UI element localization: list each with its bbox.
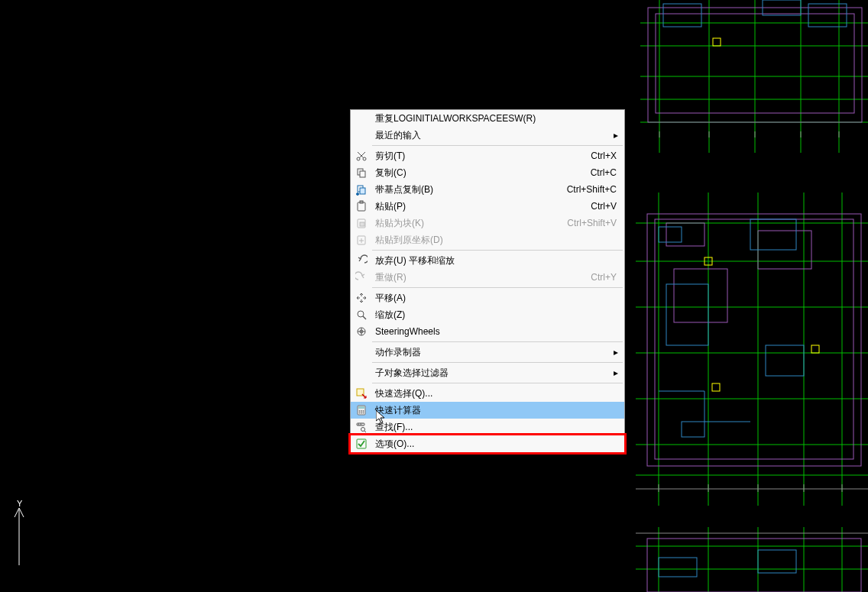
ucs-y-label: Y xyxy=(17,499,23,508)
menu-item-paste-block: 粘贴为块(K)Ctrl+Shift+V xyxy=(351,215,624,231)
menu-separator xyxy=(372,383,623,383)
menu-item-options[interactable]: 选项(O)... xyxy=(351,435,624,452)
svg-text:ABC: ABC xyxy=(358,422,364,426)
menu-item-shortcut: Ctrl+C xyxy=(591,167,618,178)
calc-icon xyxy=(351,402,372,419)
paste-icon xyxy=(351,198,372,215)
menu-item-label: 放弃(U) 平移和缩放 xyxy=(372,252,618,269)
svg-point-92 xyxy=(359,410,361,412)
svg-rect-91 xyxy=(358,406,364,409)
no-icon xyxy=(351,364,372,381)
menu-separator xyxy=(372,341,623,342)
svg-point-83 xyxy=(358,311,364,317)
menu-item-repeat[interactable]: 重复LOGINITIALWORKSPACEESW(R) xyxy=(351,110,624,127)
svg-point-100 xyxy=(361,428,365,432)
menu-item-label: 重做(R) xyxy=(372,269,591,286)
menu-item-label: 复制(C) xyxy=(372,164,591,181)
menu-item-recent-input[interactable]: 最近的输入▸ xyxy=(351,127,624,144)
menu-item-shortcut: Ctrl+Shift+C xyxy=(567,184,618,195)
context-menu: 重复LOGINITIALWORKSPACEESW(R)最近的输入▸剪切(T)Ct… xyxy=(350,109,625,453)
menu-item-label: 缩放(Z) xyxy=(372,306,618,323)
menu-item-label: 平移(A) xyxy=(372,290,618,306)
menu-item-label: 剪切(T) xyxy=(372,147,591,164)
menu-separator xyxy=(372,287,623,288)
menu-item-copy[interactable]: 复制(C)Ctrl+C xyxy=(351,164,624,181)
copy-base-icon xyxy=(351,181,372,198)
menu-item-cut[interactable]: 剪切(T)Ctrl+X xyxy=(351,147,624,164)
menu-item-label: 重复LOGINITIALWORKSPACEESW(R) xyxy=(372,110,618,127)
no-icon xyxy=(351,110,372,127)
menu-item-redo: 重做(R)Ctrl+Y xyxy=(351,269,624,286)
menu-item-label: 选项(O)... xyxy=(372,435,618,452)
menu-item-label: 子对象选择过滤器 xyxy=(372,364,611,381)
menu-item-pan[interactable]: 平移(A) xyxy=(351,290,624,306)
svg-line-84 xyxy=(363,316,366,319)
find-icon: ABC xyxy=(351,419,372,435)
svg-rect-54 xyxy=(636,527,868,592)
submenu-arrow-icon: ▸ xyxy=(611,347,618,357)
menu-item-paste-orig: 粘贴到原坐标(D) xyxy=(351,231,624,248)
menu-separator xyxy=(372,362,623,363)
menu-item-label: 粘贴为块(K) xyxy=(372,215,567,231)
menu-item-shortcut: Ctrl+X xyxy=(591,150,618,161)
no-icon xyxy=(351,344,372,361)
svg-rect-76 xyxy=(358,202,365,211)
submenu-arrow-icon: ▸ xyxy=(611,367,618,378)
drawing-thumbnail-2 xyxy=(636,192,868,506)
menu-item-label: 粘贴(P) xyxy=(372,198,591,215)
menu-separator xyxy=(372,145,623,146)
svg-rect-74 xyxy=(360,188,365,194)
svg-rect-77 xyxy=(360,201,363,203)
menu-item-find[interactable]: ABC查找(F)... xyxy=(351,419,624,435)
submenu-arrow-icon: ▸ xyxy=(611,130,618,141)
menu-item-label: 动作录制器 xyxy=(372,344,611,361)
menu-item-label: 快速选择(Q)... xyxy=(372,385,618,402)
menu-item-zoom[interactable]: 缩放(Z) xyxy=(351,306,624,323)
undo-icon xyxy=(351,252,372,269)
check-icon xyxy=(351,435,372,452)
menu-item-label: 最近的输入 xyxy=(372,127,611,144)
drawing-thumbnail-1 xyxy=(640,0,868,153)
paste-block-icon xyxy=(351,215,372,231)
menu-item-qcalc[interactable]: 快速计算器 xyxy=(351,402,624,419)
menu-item-label: 查找(F)... xyxy=(372,419,618,435)
menu-item-shortcut: Ctrl+Y xyxy=(591,272,618,283)
svg-point-75 xyxy=(357,193,359,196)
svg-point-93 xyxy=(361,410,362,412)
copy-icon xyxy=(351,164,372,181)
menu-item-wheels[interactable]: SteeringWheels xyxy=(351,323,624,340)
svg-point-96 xyxy=(361,412,362,414)
menu-item-shortcut: Ctrl+V xyxy=(591,201,618,212)
menu-item-label: 带基点复制(B) xyxy=(372,181,567,198)
drawing-thumbnail-3 xyxy=(636,527,868,592)
svg-rect-102 xyxy=(357,439,366,448)
menu-separator xyxy=(372,250,623,251)
svg-point-97 xyxy=(363,412,364,414)
menu-item-undo[interactable]: 放弃(U) 平移和缩放 xyxy=(351,252,624,269)
menu-item-paste[interactable]: 粘贴(P)Ctrl+V xyxy=(351,198,624,215)
qselect-icon xyxy=(351,385,372,402)
menu-item-action-rec[interactable]: 动作录制器▸ xyxy=(351,344,624,361)
menu-item-label: SteeringWheels xyxy=(372,323,618,340)
menu-item-copy-base[interactable]: 带基点复制(B)Ctrl+Shift+C xyxy=(351,181,624,198)
menu-item-subobj-filter[interactable]: 子对象选择过滤器▸ xyxy=(351,364,624,381)
zoom-icon xyxy=(351,306,372,323)
svg-rect-79 xyxy=(360,222,364,226)
redo-icon xyxy=(351,269,372,286)
pan-icon xyxy=(351,290,372,306)
no-icon xyxy=(351,127,372,144)
svg-point-95 xyxy=(359,412,361,414)
wheel-icon xyxy=(351,323,372,340)
menu-item-label: 快速计算器 xyxy=(372,402,618,419)
paste-orig-icon xyxy=(351,231,372,248)
menu-item-label: 粘贴到原坐标(D) xyxy=(372,231,618,248)
svg-rect-72 xyxy=(360,171,365,177)
ucs-icon: Y xyxy=(8,500,38,569)
menu-item-shortcut: Ctrl+Shift+V xyxy=(567,218,618,228)
svg-line-101 xyxy=(364,431,366,432)
svg-point-94 xyxy=(363,410,364,412)
scissors-icon xyxy=(351,147,372,164)
menu-item-qselect[interactable]: 快速选择(Q)... xyxy=(351,385,624,402)
